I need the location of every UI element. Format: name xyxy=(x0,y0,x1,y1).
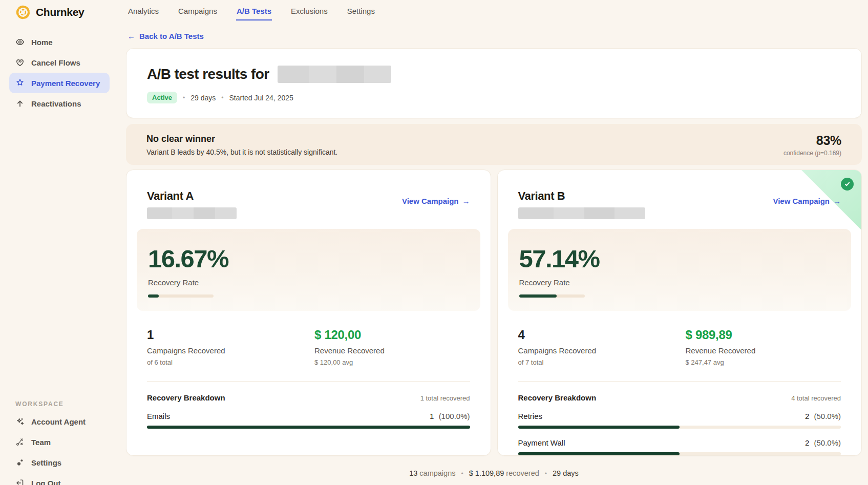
breakdown-title: Recovery Breakdown xyxy=(147,393,225,402)
test-header-card: A/B test results for Active • 29 days • … xyxy=(126,48,862,118)
sidebar-item-reactivations[interactable]: Reactivations xyxy=(9,93,110,114)
breakdown-row-retries: Retries 2 (50.0%) xyxy=(518,412,841,429)
sparkles-icon xyxy=(15,417,25,426)
revenue-recovered-label: Revenue Recovered xyxy=(686,346,756,355)
recovery-breakdown: Recovery Breakdown 1 total recovered Ema… xyxy=(126,382,491,429)
recovery-rate-bar-track xyxy=(148,294,214,298)
revenue-avg-text: $ 120,00 avg xyxy=(314,359,385,366)
status-badge: Active xyxy=(147,92,177,103)
view-campaign-link[interactable]: View Campaign → xyxy=(773,197,841,205)
banner-subtitle: Variant B leads by 40.5%, but it is not … xyxy=(146,148,337,156)
recovery-rate-bar-fill xyxy=(148,294,159,298)
summary-separator: • xyxy=(545,470,547,477)
breakdown-total: 1 total recovered xyxy=(420,394,470,402)
sidebar-nav: Home Cancel Flows Payment Recovery xyxy=(9,32,110,114)
started-text: Started Jul 24, 2025 xyxy=(229,94,293,102)
back-link-label: Back to A/B Tests xyxy=(139,32,204,40)
back-to-ab-tests-link[interactable]: ← Back to A/B Tests xyxy=(128,32,204,40)
breakdown-label: Retries xyxy=(518,412,543,420)
confidence-label: confidence (p=0.169) xyxy=(784,150,841,157)
revenue-recovered-label: Revenue Recovered xyxy=(314,346,385,355)
recovery-rate-label: Recovery Rate xyxy=(519,278,840,287)
sidebar-item-settings[interactable]: Settings xyxy=(9,452,110,473)
duration-text: 29 days xyxy=(190,94,216,102)
sidebar-item-log-out[interactable]: Log Out xyxy=(9,473,110,485)
variant-cards: Variant A View Campaign → 16.67% Recover… xyxy=(126,170,862,456)
breakdown-bar-fill xyxy=(518,452,680,455)
recovery-rate-value: 57.14% xyxy=(519,246,840,271)
breakdown-percent: (100.0%) xyxy=(439,412,470,420)
forward-arrow-icon: → xyxy=(833,197,841,205)
main-content: ← Back to A/B Tests A/B test results for… xyxy=(117,0,868,477)
revenue-avg-text: $ 247,47 avg xyxy=(686,359,756,366)
recovery-rate-panel: 57.14% Recovery Rate xyxy=(508,229,852,311)
campaigns-total-text: of 6 total xyxy=(147,359,314,366)
winner-check-icon xyxy=(841,178,854,191)
variant-a-card: Variant A View Campaign → 16.67% Recover… xyxy=(126,170,491,456)
recovery-rate-bar-fill xyxy=(519,294,557,298)
summary-recovered-label: recovered xyxy=(506,469,539,477)
logout-icon xyxy=(15,478,25,485)
redacted-campaign-name xyxy=(147,207,237,219)
breakdown-percent: (50.0%) xyxy=(814,412,841,420)
campaigns-recovered-stat: 4 Campaigns Recovered of 7 total xyxy=(518,328,686,366)
recovery-rate-value: 16.67% xyxy=(148,246,469,271)
breakdown-label: Payment Wall xyxy=(518,438,565,447)
dots-icon xyxy=(15,458,25,467)
variant-name: Variant B xyxy=(518,189,645,203)
summary-campaigns-value: 13 xyxy=(409,469,417,477)
summary-days-value: 29 days xyxy=(553,469,579,477)
campaigns-recovered-stat: 1 Campaigns Recovered of 6 total xyxy=(147,328,314,366)
sidebar-item-label: Log Out xyxy=(31,479,60,485)
workspace-label: WORKSPACE xyxy=(9,400,110,408)
recovery-rate-panel: 16.67% Recovery Rate xyxy=(137,229,480,311)
campaigns-recovered-label: Campaigns Recovered xyxy=(147,346,314,355)
breakdown-value: 2 xyxy=(805,438,809,447)
summary-recovered-value: $ 1.109,89 xyxy=(469,469,504,477)
sidebar-item-team[interactable]: Team xyxy=(9,432,110,452)
confidence-value: 83% xyxy=(784,133,841,148)
forward-arrow-icon: → xyxy=(462,197,470,205)
sidebar: Home Cancel Flows Payment Recovery xyxy=(0,0,117,485)
breakdown-bar-fill xyxy=(518,426,680,429)
breakdown-bar-fill xyxy=(147,426,470,429)
sidebar-item-label: Settings xyxy=(31,458,61,467)
revenue-recovered-stat: $ 120,00 Revenue Recovered $ 120,00 avg xyxy=(314,328,385,366)
breakdown-label: Emails xyxy=(147,412,170,420)
meta-separator: • xyxy=(183,94,185,101)
view-campaign-link[interactable]: View Campaign → xyxy=(402,197,470,205)
banner-title: No clear winner xyxy=(146,134,337,144)
result-banner: No clear winner Variant B leads by 40.5%… xyxy=(126,124,862,165)
sidebar-item-home[interactable]: Home xyxy=(9,32,110,52)
breakdown-title: Recovery Breakdown xyxy=(518,393,597,402)
page-title: A/B test results for xyxy=(147,66,269,82)
sidebar-item-label: Team xyxy=(31,438,51,447)
redacted-campaign-name xyxy=(518,207,645,219)
campaigns-recovered-value: 1 xyxy=(147,328,314,342)
redacted-test-name xyxy=(278,66,391,83)
sidebar-item-label: Payment Recovery xyxy=(31,79,100,88)
sidebar-item-label: Account Agent xyxy=(31,417,86,426)
arrow-up-icon xyxy=(15,99,25,108)
recovery-breakdown: Recovery Breakdown 4 total recovered Ret… xyxy=(498,382,862,455)
revenue-recovered-stat: $ 989,89 Revenue Recovered $ 247,47 avg xyxy=(686,328,756,366)
breakdown-bar-track xyxy=(147,426,470,429)
sidebar-item-label: Cancel Flows xyxy=(31,58,80,67)
breakdown-row-payment-wall: Payment Wall 2 (50.0%) xyxy=(518,438,841,455)
sidebar-item-account-agent[interactable]: Account Agent xyxy=(9,411,110,432)
strategy-icon xyxy=(15,437,25,447)
breakdown-total: 4 total recovered xyxy=(791,394,841,402)
sidebar-item-cancel-flows[interactable]: Cancel Flows xyxy=(9,52,110,73)
summary-campaigns-label: campaigns xyxy=(419,469,455,477)
workspace-section: WORKSPACE Account Agent Team xyxy=(9,400,110,485)
revenue-recovered-value: $ 989,89 xyxy=(686,328,756,342)
sidebar-item-payment-recovery[interactable]: Payment Recovery xyxy=(9,73,110,93)
view-campaign-label: View Campaign xyxy=(773,197,830,205)
breakdown-value: 1 xyxy=(430,412,434,420)
sidebar-item-label: Home xyxy=(31,38,53,47)
meta-separator: • xyxy=(221,94,223,101)
summary-footer: 13 campaigns • $ 1.109,89 recovered • 29… xyxy=(126,469,862,477)
variant-name: Variant A xyxy=(147,189,237,203)
breakdown-bar-track xyxy=(518,426,841,429)
recovery-rate-label: Recovery Rate xyxy=(148,278,469,287)
